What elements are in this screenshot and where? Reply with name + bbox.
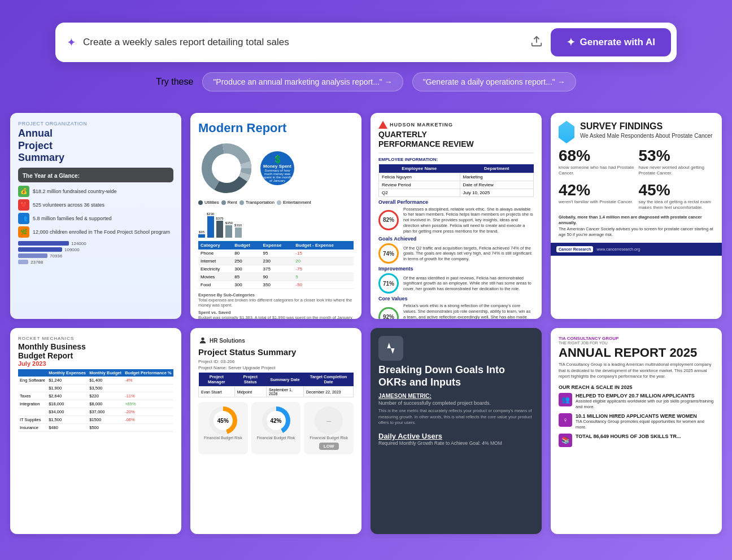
- stat-68-desc: know someone who has had Prostate Cancer…: [559, 165, 634, 177]
- goals-text: Of the Q2 traffic and acquisition target…: [403, 246, 534, 262]
- project-name: Project Name: Server Upgrade Project: [198, 365, 354, 370]
- risk-card-1: 45% Financial Budget Risk: [198, 402, 248, 454]
- table-row: Insurance$480$500: [18, 424, 173, 432]
- table-row: Q2 July 10, 2025: [379, 189, 534, 196]
- goals-score: 74%: [378, 243, 399, 264]
- card-annual-summary[interactable]: Project Organization AnnualProjectSummar…: [10, 113, 181, 319]
- metric-sub: Number of successfully completed project…: [378, 400, 534, 406]
- stat-icon-money: 💰: [18, 186, 29, 197]
- suggestions-row: Try these "Produce an annual marketing a…: [156, 72, 576, 91]
- tia-stat-1: 👥 HELPED TO EMPLOY 20.7 MILLION APPLICAN…: [559, 393, 714, 410]
- upload-button[interactable]: [522, 30, 551, 55]
- budget-title: Monthly BusinessBudget Report: [18, 342, 173, 360]
- stat-icon-children: 🌿: [18, 226, 29, 238]
- footer-url: www.cancerresearch.org: [596, 247, 640, 251]
- table-row: Evan Stuart Midpoint September 1, 2028 D…: [199, 387, 354, 397]
- tia-stat-num-1: HELPED TO EMPLOY 20.7 MILLION APPLICANTS: [576, 393, 714, 399]
- tia-title: ANNUAL REPORT 2025: [559, 346, 714, 360]
- expense-sub: Expense By Sub-Categories Total expenses…: [198, 292, 354, 308]
- risk-card-2: 42% Financial Budget Risk: [251, 402, 301, 454]
- money-spent-box: 💲 Money Spent Summary of how much money …: [260, 151, 294, 185]
- hudson-logo: HUDSON MARKETING: [378, 121, 534, 129]
- risk-label-2: Financial Budget Risk: [256, 436, 297, 440]
- survey-stats-grid: 68% know someone who has had Prostate Ca…: [559, 147, 714, 211]
- budget-date: July 2023: [18, 360, 173, 367]
- risk-cards: 45% Financial Budget Risk 42% Financial …: [198, 402, 354, 454]
- risk-gauge-1: 45%: [209, 406, 237, 435]
- table-row: Food300350-50: [198, 281, 354, 289]
- improvements-text: Of the areas identified in past reviews,…: [403, 275, 534, 292]
- stat-families: 👥 5.8 million families fed & supported: [18, 213, 173, 224]
- tia-stat-icon-2: ♀: [559, 413, 572, 427]
- company-logo: ROCKET MECHANICS: [18, 336, 173, 341]
- card-annual-report-2025[interactable]: TIA CONSULTANCY GROUP THE RIGHT JOB FOR …: [551, 328, 722, 534]
- table-row: Felicia Nguyen Marketing: [379, 173, 534, 181]
- try-these-label: Try these: [156, 77, 193, 87]
- stat-fundraised: 💰 $18.2 million fundraised country-wide: [18, 186, 173, 197]
- hero-section: ✦ ✦ Generate with AI Try these "Produce …: [0, 0, 732, 108]
- table-row: Electricity300375-75: [198, 265, 354, 273]
- metric-title: JAMESON METRIC:: [378, 393, 534, 399]
- table-row: Eng Software$1,240$1,400-4%: [18, 377, 173, 384]
- card-column-2: Modern Report 💲 Money Spent Summary of h…: [186, 108, 366, 539]
- svg-point-5: [201, 338, 204, 340]
- survey-stat-45: 45% say the idea of getting a rectal exa…: [639, 181, 714, 211]
- tia-desc: TIA Consultancy Group is a leading Ameri…: [559, 362, 714, 380]
- annual-title: AnnualProjectSummary: [18, 128, 173, 164]
- tia-company: TIA CONSULTANCY GROUP: [559, 336, 714, 341]
- hr-table: Project Manager Project Status Summary D…: [198, 373, 354, 397]
- core-values-text: Felicia's work ethic is a strong reflect…: [403, 303, 534, 319]
- stat-45-desc: say the idea of getting a rectal exam ma…: [639, 199, 714, 211]
- spent-saved-sub: Spent vs. Saved Budget was originally $1…: [198, 310, 354, 319]
- tia-stat-3: 📚 TOTAL 86,649 HOURS OF JOB SKILLS TR...: [559, 434, 714, 447]
- tia-stat-desc-2: TIA Consultancy Group promotes equal opp…: [576, 419, 714, 431]
- risk-label-3: Financial Budget Risk: [308, 436, 349, 440]
- goals-title: Goals Achieved: [378, 236, 534, 242]
- daily-users-sub: Required Monthly Growth Rate to Achieve …: [378, 440, 534, 446]
- stat-68: 68%: [559, 147, 634, 165]
- risk-label-1: Financial Budget Risk: [203, 436, 243, 440]
- table-row: Internet25023020: [198, 257, 354, 265]
- card-okr-goals[interactable]: Breaking Down Goals Into OKRs and Inputs…: [371, 328, 542, 534]
- hr-logo: HR Solutions: [198, 336, 354, 345]
- suggestion-1[interactable]: "Produce an annual marketing analysis re…: [202, 72, 403, 91]
- emp-table: Employee Name Department Felicia Nguyen …: [378, 164, 534, 197]
- survey-footer: Cancer Research www.cancerresearch.org: [551, 243, 722, 256]
- card-hudson-qpr[interactable]: HUDSON MARKETING QUARTERLYPERFORMANCE RE…: [371, 113, 542, 319]
- improvements: Improvements 71% Of the areas identified…: [378, 266, 534, 294]
- search-input[interactable]: [83, 37, 522, 48]
- dept: Marketing: [460, 173, 533, 181]
- stat-53: 53%: [639, 147, 714, 165]
- chart-icon: [384, 341, 398, 356]
- table-row: Integration$18,000$8,000+69%: [18, 400, 173, 408]
- emp-info-label: EMPLOYEE INFORMATION:: [378, 157, 534, 162]
- cards-grid: Project Organization AnnualProjectSummar…: [0, 108, 732, 539]
- card-hr-solutions[interactable]: HR Solutions Project Status Summary Proj…: [190, 328, 361, 534]
- generate-label: Generate with AI: [580, 37, 655, 48]
- generate-button[interactable]: ✦ Generate with AI: [551, 28, 671, 56]
- okr-icon: [378, 336, 403, 361]
- hudson-org: HUDSON MARKETING: [390, 122, 453, 128]
- table-row: IT Supplies$1,500$1500-06%: [18, 416, 173, 424]
- survey-stat-53: 53% have never worried about getting Pro…: [639, 147, 714, 177]
- overall-title: Overall Performance: [378, 199, 534, 205]
- bar-chart: 124000 109000 70936 23788: [18, 241, 173, 265]
- card-budget-report[interactable]: ROCKET MECHANICS Monthly BusinessBudget …: [10, 328, 181, 534]
- tia-reach-title: OUR REACH & SCALE IN 2025: [559, 384, 714, 390]
- ribbon-icon: [559, 121, 574, 143]
- table-row: Movies85905: [198, 273, 354, 281]
- cancer-research-logo: Cancer Research: [556, 246, 593, 252]
- survey-stat-68: 68% know someone who has had Prostate Ca…: [559, 147, 634, 177]
- stat-volunteers: ❤️ 525 volunteers across 36 states: [18, 199, 173, 211]
- year-glance-box: The Year at a Glance:: [18, 168, 173, 182]
- risk-gauge-3: —: [315, 406, 343, 435]
- hr-title: Project Status Summary: [198, 347, 354, 357]
- suggestion-2[interactable]: "Generate a daily operations report..." …: [412, 72, 576, 91]
- card-survey-findings[interactable]: SURVEY FINDINGS We Asked Male Respondent…: [551, 113, 722, 319]
- survey-subtitle: We Asked Male Respondents About Prostate…: [580, 133, 712, 139]
- card-modern-report[interactable]: Modern Report 💲 Money Spent Summary of h…: [190, 113, 361, 319]
- tia-stat-num-3: TOTAL 86,649 HOURS OF JOB SKILLS TR...: [576, 434, 681, 439]
- table-row: Taxes$2,640$220-11%: [18, 392, 173, 400]
- survey-stat-42: 42% weren't familiar with Prostate Cance…: [559, 181, 634, 211]
- qpr-title: QUARTERLYPERFORMANCE REVIEW: [378, 130, 534, 149]
